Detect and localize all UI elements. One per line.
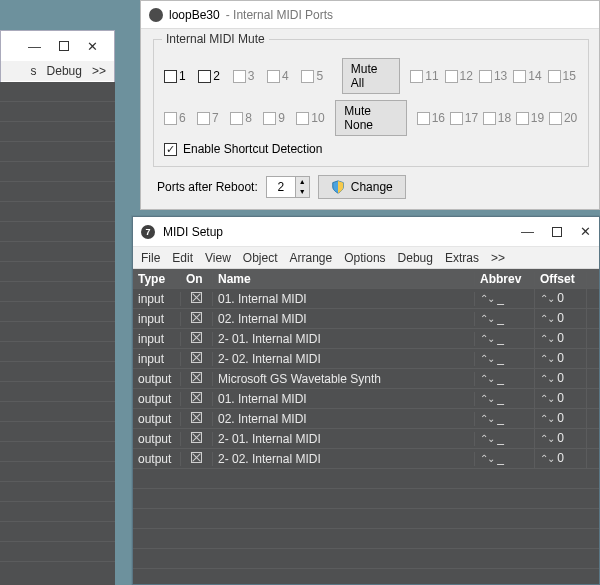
col-offset[interactable]: Offset	[535, 272, 587, 286]
midi-titlebar[interactable]: 7 MIDI Setup — ✕	[133, 217, 599, 247]
mute-checkbox-14	[513, 70, 526, 83]
mute-checkbox-4	[267, 70, 280, 83]
cell-abbrev[interactable]: ⌃⌄ _	[475, 329, 535, 349]
table-row-empty	[133, 569, 599, 584]
ports-value-input[interactable]	[266, 176, 296, 198]
ports-row: Ports after Reboot: ▲ ▼ Change	[141, 175, 599, 207]
mute-all-button[interactable]: Mute All	[342, 58, 400, 94]
updown-icon: ⌃⌄	[480, 313, 494, 324]
ports-spinner[interactable]: ▲ ▼	[266, 176, 310, 198]
mute-none-button[interactable]: Mute None	[335, 100, 406, 136]
menu-file[interactable]: File	[141, 251, 160, 265]
checked-box-icon	[191, 432, 202, 443]
minimize-icon[interactable]: —	[521, 224, 534, 239]
cell-on[interactable]	[181, 432, 213, 446]
background-menubar: s Debug >>	[1, 61, 114, 81]
mute-checkbox-16	[417, 112, 430, 125]
mute-checkbox-11	[410, 70, 423, 83]
ports-label: Ports after Reboot:	[157, 180, 258, 194]
cell-offset[interactable]: ⌃⌄ 0	[535, 449, 587, 469]
cell-offset[interactable]: ⌃⌄ 0	[535, 389, 587, 409]
table-row-empty	[133, 529, 599, 549]
cell-on[interactable]	[181, 332, 213, 346]
ports-spinner-up-icon[interactable]: ▲	[296, 177, 309, 187]
table-row[interactable]: output2- 02. Internal MIDI⌃⌄ _⌃⌄ 0	[133, 449, 599, 469]
cell-abbrev[interactable]: ⌃⌄ _	[475, 309, 535, 329]
maximize-icon[interactable]	[552, 227, 562, 237]
minimize-icon[interactable]: —	[28, 40, 41, 53]
updown-icon: ⌃⌄	[540, 393, 554, 404]
bg-menu-more[interactable]: >>	[92, 64, 106, 78]
table-row[interactable]: outputMicrosoft GS Wavetable Synth⌃⌄ _⌃⌄…	[133, 369, 599, 389]
updown-icon: ⌃⌄	[540, 333, 554, 344]
cell-offset[interactable]: ⌃⌄ 0	[535, 429, 587, 449]
cell-offset[interactable]: ⌃⌄ 0	[535, 349, 587, 369]
grid-header: Type On Name Abbrev Offset	[133, 269, 599, 289]
menu-extras[interactable]: Extras	[445, 251, 479, 265]
col-abbrev[interactable]: Abbrev	[475, 272, 535, 286]
loopbe-titlebar[interactable]: loopBe30 - Internal MIDI Ports	[141, 1, 599, 29]
updown-icon: ⌃⌄	[540, 453, 554, 464]
mute-checkbox-20	[549, 112, 562, 125]
cell-on[interactable]	[181, 372, 213, 386]
maximize-icon[interactable]	[59, 41, 69, 51]
mute-checkbox-19	[516, 112, 529, 125]
bg-menu-debug[interactable]: Debug	[47, 64, 82, 78]
menu-object[interactable]: Object	[243, 251, 278, 265]
shield-icon	[331, 180, 345, 194]
col-type[interactable]: Type	[133, 272, 181, 286]
cell-on[interactable]	[181, 412, 213, 426]
table-row[interactable]: output2- 01. Internal MIDI⌃⌄ _⌃⌄ 0	[133, 429, 599, 449]
table-row[interactable]: input01. Internal MIDI⌃⌄ _⌃⌄ 0	[133, 289, 599, 309]
menu-edit[interactable]: Edit	[172, 251, 193, 265]
cell-offset[interactable]: ⌃⌄ 0	[535, 369, 587, 389]
mute-checkbox-1[interactable]	[164, 70, 177, 83]
ports-spinner-down-icon[interactable]: ▼	[296, 187, 309, 197]
cell-abbrev[interactable]: ⌃⌄ _	[475, 449, 535, 469]
cell-on[interactable]	[181, 352, 213, 366]
cell-on[interactable]	[181, 312, 213, 326]
enable-shortcut-checkbox[interactable]	[164, 143, 177, 156]
updown-icon: ⌃⌄	[480, 373, 494, 384]
cell-offset[interactable]: ⌃⌄ 0	[535, 329, 587, 349]
cell-type: output	[133, 412, 181, 426]
cell-abbrev[interactable]: ⌃⌄ _	[475, 289, 535, 309]
table-row[interactable]: input2- 01. Internal MIDI⌃⌄ _⌃⌄ 0	[133, 329, 599, 349]
updown-icon: ⌃⌄	[480, 433, 494, 444]
cell-abbrev[interactable]: ⌃⌄ _	[475, 369, 535, 389]
cell-on[interactable]	[181, 292, 213, 306]
mute-checkbox-3	[233, 70, 246, 83]
menu-debug[interactable]: Debug	[398, 251, 433, 265]
mute-checkbox-8	[230, 112, 243, 125]
cell-on[interactable]	[181, 452, 213, 466]
table-row-empty	[133, 489, 599, 509]
loopbe-title-sub: - Internal MIDI Ports	[226, 8, 333, 22]
menu-view[interactable]: View	[205, 251, 231, 265]
cell-offset[interactable]: ⌃⌄ 0	[535, 309, 587, 329]
cell-on[interactable]	[181, 392, 213, 406]
cell-abbrev[interactable]: ⌃⌄ _	[475, 389, 535, 409]
col-on[interactable]: On	[181, 272, 213, 286]
mute-checkbox-12	[445, 70, 458, 83]
cell-abbrev[interactable]: ⌃⌄ _	[475, 409, 535, 429]
updown-icon: ⌃⌄	[480, 413, 494, 424]
cell-abbrev[interactable]: ⌃⌄ _	[475, 349, 535, 369]
cell-offset[interactable]: ⌃⌄ 0	[535, 289, 587, 309]
change-button[interactable]: Change	[318, 175, 406, 199]
close-icon[interactable]: ✕	[87, 40, 98, 53]
col-name[interactable]: Name	[213, 272, 475, 286]
cell-abbrev[interactable]: ⌃⌄ _	[475, 429, 535, 449]
bg-menu-s[interactable]: s	[31, 64, 37, 78]
table-row[interactable]: output02. Internal MIDI⌃⌄ _⌃⌄ 0	[133, 409, 599, 429]
updown-icon: ⌃⌄	[480, 353, 494, 364]
menu-arrange[interactable]: Arrange	[290, 251, 333, 265]
table-row[interactable]: output01. Internal MIDI⌃⌄ _⌃⌄ 0	[133, 389, 599, 409]
table-row[interactable]: input2- 02. Internal MIDI⌃⌄ _⌃⌄ 0	[133, 349, 599, 369]
menu-more[interactable]: >>	[491, 251, 505, 265]
mute-checkbox-2[interactable]	[198, 70, 211, 83]
close-icon[interactable]: ✕	[580, 224, 591, 239]
cell-offset[interactable]: ⌃⌄ 0	[535, 409, 587, 429]
cell-type: output	[133, 392, 181, 406]
table-row[interactable]: input02. Internal MIDI⌃⌄ _⌃⌄ 0	[133, 309, 599, 329]
menu-options[interactable]: Options	[344, 251, 385, 265]
